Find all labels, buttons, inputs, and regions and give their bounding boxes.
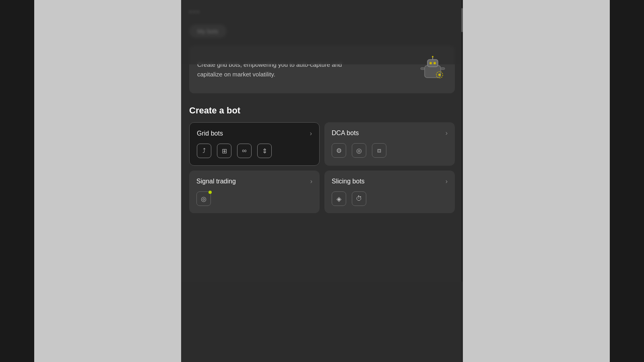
- scrollbar: [461, 0, 463, 362]
- svg-point-5: [432, 56, 433, 58]
- promo-banner: Create grid bots, empowering you to auto…: [189, 46, 455, 93]
- my-bots-tab[interactable]: My bots: [189, 25, 227, 38]
- dca-icon-3: ⧈: [372, 143, 386, 158]
- bots-grid: Grid bots › ⤴ ⊞ ∞ ⇕ DCA bots › ⚙ ◎: [181, 122, 463, 213]
- promo-text: Create grid bots, empowering you to auto…: [197, 60, 358, 79]
- menu-dots-icon[interactable]: •••: [189, 8, 200, 16]
- slicing-bots-icons-row: ◈ ⏱: [332, 191, 448, 206]
- signal-trading-icons-row: ◎: [196, 191, 312, 206]
- scrollbar-handle[interactable]: [461, 8, 463, 32]
- slicing-bots-title: Slicing bots: [332, 178, 365, 185]
- dca-bots-icons-row: ⚙ ◎ ⧈: [332, 143, 448, 158]
- svg-point-3: [433, 62, 436, 64]
- slicing-icon-1: ◈: [332, 191, 346, 206]
- signal-trading-header: Signal trading ›: [196, 178, 312, 185]
- dca-bots-title: DCA bots: [332, 130, 359, 137]
- signal-trading-title: Signal trading: [196, 178, 236, 185]
- grid-bots-card[interactable]: Grid bots › ⤴ ⊞ ∞ ⇕: [189, 122, 320, 166]
- tabs-section: My bots: [181, 21, 463, 46]
- top-bar: •••: [181, 0, 463, 21]
- dca-bots-card[interactable]: DCA bots › ⚙ ◎ ⧈: [324, 122, 455, 166]
- grid-grid-icon: ⊞: [217, 144, 231, 158]
- signal-icon: ◎: [196, 191, 211, 206]
- dca-bots-chevron-icon: ›: [446, 130, 448, 137]
- signal-icon-wrapper: ◎: [196, 191, 211, 206]
- grid-bots-chevron-icon: ›: [310, 130, 312, 137]
- left-side-panel: [34, 0, 181, 362]
- notification-dot: [208, 191, 212, 194]
- signal-trading-card[interactable]: Signal trading › ◎: [189, 171, 320, 213]
- create-bot-title: Create a bot: [181, 105, 463, 122]
- grid-bots-title: Grid bots: [197, 130, 223, 137]
- dca-icon-2: ◎: [352, 143, 366, 158]
- app-panel: ••• My bots Create grid bots, empowering…: [181, 0, 463, 362]
- slicing-icon-2: ⏱: [352, 191, 366, 206]
- grid-bots-icons-row: ⤴ ⊞ ∞ ⇕: [197, 144, 312, 158]
- slicing-bots-chevron-icon: ›: [446, 178, 448, 185]
- robot-icon: [419, 56, 447, 84]
- right-side-panel: [463, 0, 610, 362]
- svg-rect-6: [421, 68, 425, 70]
- grid-bots-card-header: Grid bots ›: [197, 130, 312, 137]
- signal-trading-chevron-icon: ›: [310, 178, 312, 185]
- svg-point-9: [438, 74, 441, 76]
- blur-overlay-bottom: [181, 282, 463, 362]
- slicing-bots-header: Slicing bots ›: [332, 178, 448, 185]
- grid-arrows-icon: ⇕: [257, 144, 272, 158]
- grid-chart-icon: ⤴: [197, 144, 211, 158]
- svg-rect-7: [441, 68, 445, 70]
- slicing-bots-card[interactable]: Slicing bots › ◈ ⏱: [324, 171, 455, 213]
- dca-bots-card-header: DCA bots ›: [332, 130, 448, 137]
- dca-icon-1: ⚙: [332, 143, 346, 158]
- svg-rect-0: [425, 66, 441, 78]
- svg-point-2: [429, 62, 432, 64]
- svg-rect-1: [427, 60, 438, 67]
- grid-infinity-icon: ∞: [237, 144, 252, 158]
- outer-wrapper: ••• My bots Create grid bots, empowering…: [0, 0, 644, 362]
